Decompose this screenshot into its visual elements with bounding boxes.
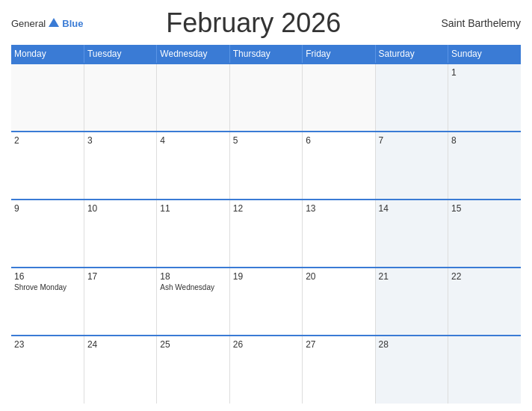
day-number: 9	[14, 203, 81, 214]
calendar-cell: 2	[11, 132, 84, 200]
calendar-cell: 3	[84, 132, 156, 200]
day-number: 18	[160, 271, 226, 282]
calendar-cell: 24	[84, 336, 156, 404]
calendar-container: General Blue February 2026 Saint Barthel…	[0, 0, 532, 411]
day-number: 6	[306, 135, 371, 146]
calendar-cell	[303, 64, 375, 132]
calendar-cell: 5	[229, 132, 302, 200]
calendar-cell: 19	[229, 268, 302, 336]
calendar-cell: 15	[448, 200, 521, 268]
calendar-cell	[448, 336, 521, 404]
day-number: 23	[14, 339, 81, 350]
calendar-week-row: 9101112131415	[11, 200, 521, 268]
weekday-header-saturday: Saturday	[375, 45, 448, 64]
calendar-cell: 13	[303, 200, 375, 268]
weekday-header-row: MondayTuesdayWednesdayThursdayFridaySatu…	[11, 45, 521, 64]
calendar-cell	[11, 64, 84, 132]
calendar-cell: 20	[303, 268, 375, 336]
calendar-cell: 4	[157, 132, 229, 200]
calendar-week-row: 16Shrove Monday1718Ash Wednesday19202122	[11, 268, 521, 336]
logo-general-text: General	[11, 18, 46, 29]
weekday-header-monday: Monday	[11, 45, 84, 64]
day-number: 12	[233, 203, 299, 214]
day-number: 25	[160, 339, 226, 350]
day-number: 7	[379, 135, 445, 146]
day-number: 28	[379, 339, 445, 350]
logo-triangle-icon	[49, 18, 59, 27]
calendar-cell: 23	[11, 336, 84, 404]
calendar-title: February 2026	[83, 7, 424, 39]
day-number: 15	[451, 203, 518, 214]
day-number: 1	[451, 67, 518, 78]
calendar-cell: 6	[303, 132, 375, 200]
calendar-week-row: 2345678	[11, 132, 521, 200]
calendar-cell: 21	[375, 268, 448, 336]
weekday-header-wednesday: Wednesday	[157, 45, 229, 64]
weekday-header-tuesday: Tuesday	[84, 45, 156, 64]
logo-blue-text: Blue	[62, 18, 83, 29]
calendar-header: General Blue February 2026 Saint Barthel…	[11, 7, 521, 39]
day-number: 17	[87, 271, 153, 282]
day-event: Shrove Monday	[14, 283, 81, 291]
day-number: 21	[379, 271, 445, 282]
day-number: 3	[87, 135, 153, 146]
calendar-cell: 7	[375, 132, 448, 200]
day-number: 20	[306, 271, 371, 282]
day-number: 24	[87, 339, 153, 350]
calendar-cell	[84, 64, 156, 132]
calendar-cell: 26	[229, 336, 302, 404]
calendar-cell	[375, 64, 448, 132]
region-label: Saint Barthelemy	[424, 17, 521, 29]
weekday-header-sunday: Sunday	[448, 45, 521, 64]
calendar-cell: 16Shrove Monday	[11, 268, 84, 336]
calendar-cell: 18Ash Wednesday	[157, 268, 229, 336]
day-number: 10	[87, 203, 153, 214]
day-event: Ash Wednesday	[160, 283, 226, 291]
calendar-week-row: 232425262728	[11, 336, 521, 404]
day-number: 26	[233, 339, 299, 350]
day-number: 2	[14, 135, 81, 146]
calendar-cell: 17	[84, 268, 156, 336]
calendar-cell: 11	[157, 200, 229, 268]
calendar-cell	[157, 64, 229, 132]
day-number: 22	[451, 271, 518, 282]
calendar-cell: 14	[375, 200, 448, 268]
day-number: 8	[451, 135, 518, 146]
calendar-week-row: 1	[11, 64, 521, 132]
calendar-cell: 1	[448, 64, 521, 132]
calendar-cell	[229, 64, 302, 132]
calendar-cell: 22	[448, 268, 521, 336]
day-number: 27	[306, 339, 371, 350]
calendar-cell: 8	[448, 132, 521, 200]
calendar-cell: 12	[229, 200, 302, 268]
calendar-cell: 9	[11, 200, 84, 268]
calendar-cell: 10	[84, 200, 156, 268]
calendar-table: MondayTuesdayWednesdayThursdayFridaySatu…	[11, 45, 521, 404]
weekday-header-friday: Friday	[303, 45, 375, 64]
calendar-cell: 28	[375, 336, 448, 404]
day-number: 11	[160, 203, 226, 214]
logo: General Blue	[11, 18, 83, 29]
weekday-header-thursday: Thursday	[229, 45, 302, 64]
calendar-cell: 27	[303, 336, 375, 404]
day-number: 5	[233, 135, 299, 146]
day-number: 14	[379, 203, 445, 214]
day-number: 19	[233, 271, 299, 282]
day-number: 4	[160, 135, 226, 146]
day-number: 13	[306, 203, 371, 214]
calendar-cell: 25	[157, 336, 229, 404]
day-number: 16	[14, 271, 81, 282]
